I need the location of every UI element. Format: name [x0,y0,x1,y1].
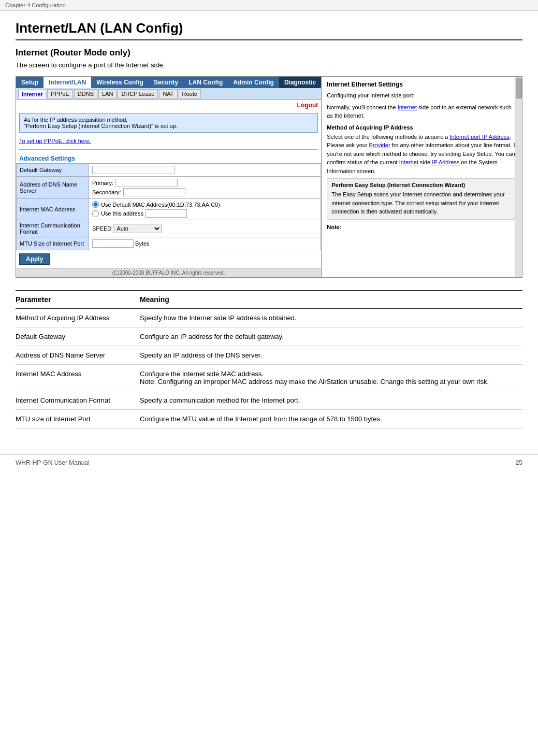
easy-setup-title: Perform Easy Setup (Internet Connection … [331,182,512,188]
subnav-nat[interactable]: NAT [159,89,177,98]
right-panel-title: Internet Ethernet Settings [327,81,517,88]
param-row-5: MTU size of Internet PortConfigure the M… [16,410,522,429]
nav-bar: Setup Internet/LAN Wireless Config Secur… [16,77,321,88]
input-dns-primary[interactable] [115,179,178,187]
dns-row-container: Primary: Secondary: [92,179,317,196]
nav-admin-config[interactable]: Admin Config [228,77,279,88]
param-cell-parameter-2: Address of DNS Name Server [16,346,140,365]
router-footer: (C)2000-2008 BUFFALO INC. All rights res… [16,268,321,277]
provider-link: Provider [369,142,390,148]
router-ui-left-panel: Setup Internet/LAN Wireless Config Secur… [16,77,322,277]
sub-nav: Internet PPPoE DDNS LAN DHCP Lease NAT R… [16,88,321,100]
nav-wireless-config[interactable]: Wireless Config [91,77,149,88]
intro-text: The screen to configure a port of the In… [16,61,522,69]
param-cell-meaning-2: Specify an IP address of the DNS server. [140,346,522,365]
param-row-4: Internet Communication FormatSpecify a c… [16,391,522,410]
subnav-ddns[interactable]: DDNS [74,89,97,98]
dns-secondary-label: Secondary: [92,189,121,195]
param-cell-meaning-4: Specify a communication method for the I… [140,391,522,410]
apply-button[interactable]: Apply [19,253,50,265]
ip-address-link: IP Address [432,159,459,165]
logout-row: Logout [16,100,321,110]
chapter-label: Chapter 4 Configuration [5,2,66,8]
method-text: Select one of the following methods to a… [327,133,517,176]
label-default-gateway: Default Gateway [17,164,89,177]
row-default-gateway: Default Gateway [17,164,321,177]
input-custom-mac[interactable] [146,209,187,218]
nav-internet-lan[interactable]: Internet/LAN [43,77,91,88]
right-panel-configuring: Configuring your Internet side port: [327,91,517,100]
click-here-link[interactable]: To set up PPPoE, click here. [16,136,321,146]
label-use-this-mac: Use this address [101,210,143,217]
row-mac: Internet MAC Address Use Default MAC Add… [17,199,321,220]
param-cell-parameter-3: Internet MAC Address [16,365,140,391]
dns-primary-label: Primary: [92,180,113,186]
dns-secondary-row: Secondary: [92,188,317,196]
router-ui-screenshot: Setup Internet/LAN Wireless Config Secur… [16,76,522,278]
mac-custom-row: Use this address [92,209,317,218]
param-table: Parameter Meaning Method of Acquiring IP… [16,290,522,429]
logout-link[interactable]: Logout [297,102,318,109]
param-row-2: Address of DNS Name ServerSpecify an IP … [16,346,522,365]
subnav-dhcp-lease[interactable]: DHCP Lease [118,89,158,98]
page-title: Internet/LAN (LAN Config) [16,20,522,40]
select-comm-format[interactable]: Auto 10Mbps Half 10Mbps Full 100Mbps Hal… [113,224,162,233]
label-comm-format: Internet Communication Format [17,220,89,237]
value-comm-format: SPEED Auto 10Mbps Half 10Mbps Full 100Mb… [89,220,321,237]
right-panel-normally: Normally, you'll connect the Internet si… [327,103,517,120]
row-comm-format: Internet Communication Format SPEED Auto… [17,220,321,237]
nav-setup[interactable]: Setup [16,77,43,88]
settings-table: Default Gateway Address of DNS Name Serv… [16,163,321,250]
param-cell-meaning-3: Configure the Internet side MAC address.… [140,365,522,391]
internet-link-1: Internet [398,104,417,110]
param-row-1: Default GatewayConfigure an IP address f… [16,327,522,346]
param-cell-parameter-1: Default Gateway [16,327,140,346]
label-default-mac: Use Default MAC Address(00:1D:73:73:AA:C… [101,202,220,208]
info-line1: As for the IP address acquisition method… [24,117,313,123]
value-mac: Use Default MAC Address(00:1D:73:73:AA:C… [89,199,321,220]
scrollbar-thumb[interactable] [516,78,522,98]
mac-default-row: Use Default MAC Address(00:1D:73:73:AA:C… [92,201,317,208]
subnav-lan[interactable]: LAN [98,89,117,98]
divider [19,149,318,150]
mtu-unit: Bytes [135,240,150,247]
nav-diagnostic[interactable]: Diagnostic [279,77,321,88]
chapter-header: Chapter 4 Configuration [0,0,538,11]
right-panel-content: Internet Ethernet Settings Configuring y… [322,77,522,277]
value-dns: Primary: Secondary: [89,177,321,199]
section-title: Internet (Router Mode only) [16,48,522,58]
label-mtu: MTU Size of Internet Port [17,237,89,250]
param-table-header-row: Parameter Meaning [16,291,522,308]
label-dns: Address of DNS Name Server [17,177,89,199]
subnav-internet[interactable]: Internet [18,90,46,98]
value-default-gateway [89,164,321,177]
right-panel-normally-text: Normally, you'll connect the Internet si… [327,104,512,119]
input-dns-secondary[interactable] [123,188,185,196]
footer-right: 25 [516,459,522,466]
param-row-0: Method of Acquiring IP AddressSpecify ho… [16,308,522,327]
subnav-route[interactable]: Route [179,89,201,98]
easy-setup-box: Perform Easy Setup (Internet Connection … [327,178,517,220]
param-cell-parameter-0: Method of Acquiring IP Address [16,308,140,327]
input-default-gateway[interactable] [92,166,175,174]
dns-primary-row: Primary: [92,179,317,187]
radio-default-mac[interactable] [92,201,99,208]
input-mtu[interactable]: 1500 [92,239,134,248]
page-footer: WHR-HP-GN User Manual 25 [0,454,538,470]
nav-security[interactable]: Security [149,77,183,88]
param-header-meaning: Meaning [140,291,522,308]
subnav-pppoe[interactable]: PPPoE [47,89,72,98]
advanced-settings-title: Advanced Settings [16,153,321,163]
row-mtu: MTU Size of Internet Port 1500 Bytes [17,237,321,250]
nav-lan-config[interactable]: LAN Config [183,77,228,88]
param-cell-meaning-1: Configure an IP address for the default … [140,327,522,346]
internet-link-2: Internet [399,159,418,165]
note-label: Note: [327,223,517,232]
param-cell-parameter-5: MTU size of Internet Port [16,410,140,429]
info-line2: "Perform Easy Setup (Internet Connection… [24,123,313,129]
row-dns: Address of DNS Name Server Primary: Seco… [17,177,321,199]
router-ui-right-panel: Internet Ethernet Settings Configuring y… [322,77,522,277]
radio-custom-mac[interactable] [92,210,99,217]
param-cell-parameter-4: Internet Communication Format [16,391,140,410]
scrollbar[interactable] [515,77,522,277]
